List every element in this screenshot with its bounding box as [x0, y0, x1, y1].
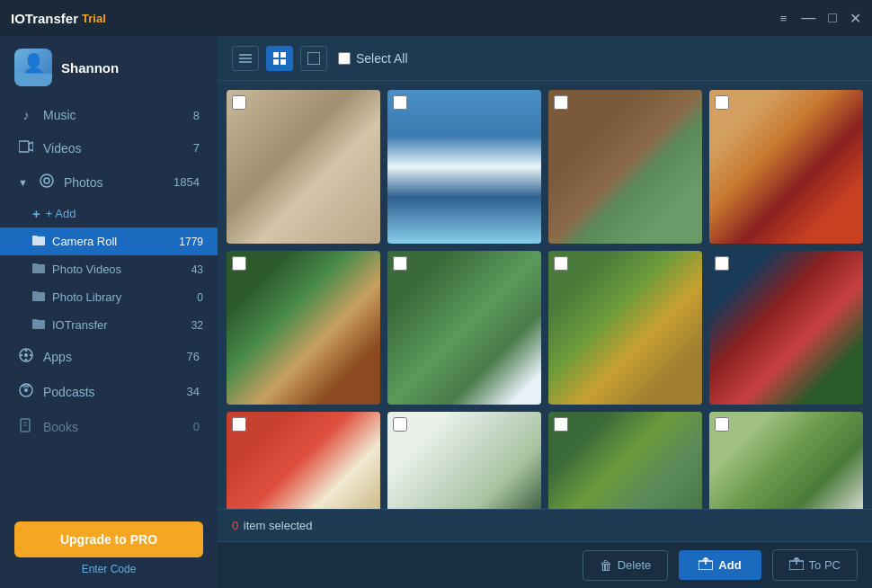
- podcasts-label: Podcasts: [43, 385, 178, 399]
- avatar: [14, 49, 52, 86]
- photo-thumbnail-7: [548, 251, 702, 405]
- svg-rect-21: [307, 52, 320, 65]
- photo-checkbox-9[interactable]: [232, 417, 246, 432]
- sidebar-item-books[interactable]: Books 0: [0, 409, 218, 444]
- photo-library-label: Photo Library: [52, 290, 190, 304]
- svg-rect-19: [273, 59, 279, 65]
- add-button[interactable]: Add: [679, 550, 761, 580]
- photo-item[interactable]: [227, 251, 380, 405]
- to-pc-button[interactable]: To PC: [772, 549, 858, 581]
- action-bar: 🗑 Delete Add: [218, 541, 872, 588]
- app-name: IOTransfer: [11, 11, 78, 26]
- videos-count: 7: [193, 141, 200, 155]
- maximize-icon[interactable]: □: [828, 10, 837, 26]
- video-icon: [18, 140, 34, 156]
- photo-videos-label: Photo Videos: [52, 263, 184, 276]
- main-layout: Shannon ♪ Music 8 Videos 7 ▼: [0, 36, 872, 588]
- select-all-container: Select All: [338, 51, 408, 66]
- svg-rect-17: [273, 52, 279, 58]
- svg-point-6: [30, 354, 31, 356]
- photo-grid: [227, 90, 863, 509]
- add-album-button[interactable]: + + Add: [0, 200, 218, 227]
- photo-thumbnail-10: [387, 412, 541, 509]
- enter-code-link[interactable]: Enter Code: [82, 563, 137, 575]
- photo-item[interactable]: [709, 90, 863, 244]
- user-profile: Shannon: [0, 36, 218, 99]
- photo-checkbox-6[interactable]: [393, 256, 407, 271]
- plus-icon: +: [32, 206, 40, 221]
- photo-item[interactable]: [548, 412, 702, 509]
- select-all-checkbox[interactable]: [338, 52, 351, 65]
- photo-thumbnail-6: [387, 251, 541, 405]
- user-name: Shannon: [61, 60, 119, 76]
- photo-checkbox-5[interactable]: [232, 256, 246, 271]
- trash-icon: 🗑: [600, 558, 612, 573]
- close-icon[interactable]: ✕: [850, 10, 861, 27]
- photo-thumbnail-4: [709, 90, 863, 244]
- sidebar-item-music[interactable]: ♪ Music 8: [0, 99, 218, 131]
- music-label: Music: [43, 108, 184, 122]
- add-album-label: + Add: [46, 207, 76, 220]
- photo-thumbnail-9: [227, 412, 380, 509]
- photo-checkbox-12[interactable]: [715, 417, 729, 432]
- svg-point-8: [21, 354, 22, 356]
- folder-icon-3: [32, 290, 45, 304]
- sidebar-item-videos[interactable]: Videos 7: [0, 131, 218, 165]
- photo-item[interactable]: [387, 251, 541, 405]
- select-all-label[interactable]: Select All: [356, 51, 408, 66]
- delete-button[interactable]: 🗑 Delete: [583, 550, 669, 581]
- podcasts-icon: [18, 383, 34, 400]
- photo-checkbox-11[interactable]: [554, 417, 568, 432]
- photo-thumbnail-5: [227, 251, 380, 405]
- svg-point-1: [40, 174, 53, 187]
- photos-sub-menu: + + Add Camera Roll 1779: [0, 200, 218, 339]
- photo-item[interactable]: [709, 251, 863, 405]
- photo-item[interactable]: [548, 90, 702, 244]
- apps-label: Apps: [43, 350, 178, 364]
- photo-item[interactable]: [548, 251, 702, 405]
- photo-checkbox-7[interactable]: [554, 256, 568, 271]
- photo-item[interactable]: [709, 412, 863, 509]
- photo-checkbox-4[interactable]: [715, 95, 729, 110]
- photo-item[interactable]: [227, 90, 380, 244]
- single-view-button[interactable]: [300, 46, 327, 71]
- music-count: 8: [193, 109, 200, 122]
- photo-checkbox-1[interactable]: [232, 95, 246, 110]
- photos-label: Photos: [64, 175, 165, 190]
- photo-checkbox-10[interactable]: [393, 417, 407, 432]
- upgrade-button[interactable]: Upgrade to PRO: [14, 521, 203, 557]
- sidebar-item-photos[interactable]: ▼ Photos 1854: [0, 165, 218, 200]
- music-icon: ♪: [18, 108, 34, 122]
- sidebar-item-camera-roll[interactable]: Camera Roll 1779: [0, 227, 218, 255]
- folder-icon: [32, 235, 45, 248]
- sidebar-item-photo-library[interactable]: Photo Library 0: [0, 283, 218, 311]
- photo-checkbox-2[interactable]: [393, 95, 407, 110]
- titlebar: IOTransfer Trial ≡ — □ ✕: [0, 0, 872, 36]
- svg-point-7: [25, 359, 27, 361]
- content-area: Select All: [218, 36, 872, 588]
- apps-icon: [18, 348, 34, 365]
- sidebar-item-photo-videos[interactable]: Photo Videos 43: [0, 255, 218, 283]
- folder-icon-2: [32, 263, 45, 276]
- photo-checkbox-3[interactable]: [554, 95, 568, 110]
- menu-icon[interactable]: ≡: [780, 12, 789, 25]
- grid-view-button[interactable]: [266, 46, 293, 71]
- books-label: Books: [43, 420, 184, 434]
- export-icon: [789, 557, 804, 573]
- sidebar-item-podcasts[interactable]: Podcasts 34: [0, 374, 218, 409]
- photos-expand-icon: ▼: [18, 177, 28, 188]
- photo-library-count: 0: [197, 291, 203, 304]
- status-bar: 0 item selected: [218, 509, 872, 541]
- minimize-icon[interactable]: —: [801, 10, 815, 26]
- iotransfer-album-count: 32: [191, 319, 203, 332]
- photo-item[interactable]: [387, 90, 541, 244]
- list-view-button[interactable]: [232, 46, 259, 71]
- photo-item[interactable]: [227, 412, 380, 509]
- sidebar-item-apps[interactable]: Apps 76: [0, 339, 218, 374]
- photo-checkbox-8[interactable]: [715, 256, 729, 271]
- photo-item[interactable]: [387, 412, 541, 509]
- photo-thumbnail-12: [709, 412, 863, 509]
- sidebar-item-iotransfer-album[interactable]: IOTransfer 32: [0, 311, 218, 339]
- photo-grid-container[interactable]: [218, 81, 872, 509]
- sidebar-footer: Upgrade to PRO Enter Code: [0, 509, 218, 588]
